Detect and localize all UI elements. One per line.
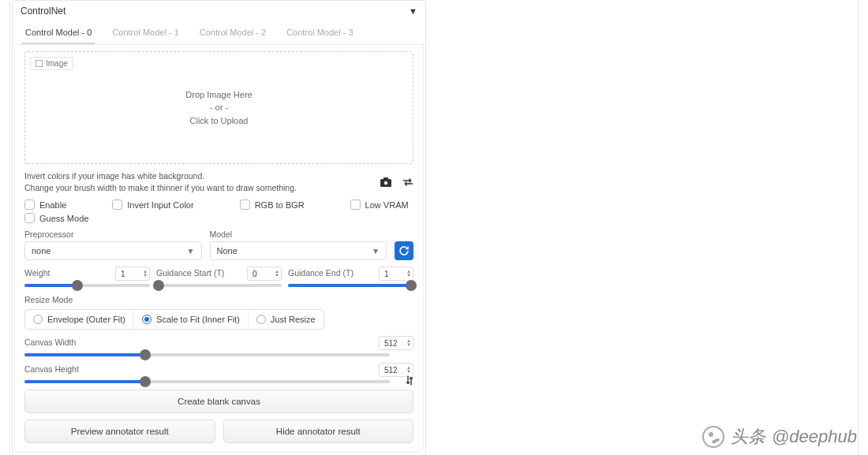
tab-control-model-2[interactable]: Control Model - 2 [196,21,269,44]
stepper-icon: ▲▼ [143,270,148,278]
tab-control-model-1[interactable]: Control Model - 1 [109,21,181,44]
chevron-down-icon: ▼ [372,247,380,255]
canvas-width-slider[interactable] [24,353,390,356]
drop-line1: Drop Image Here [185,88,252,102]
tabs: Control Model - 0 Control Model - 1 Cont… [13,21,425,45]
refresh-model-button[interactable] [395,241,413,260]
invert-input-color-checkbox[interactable]: Invert Input Color [112,200,193,210]
panel-header[interactable]: ControlNet ▼ [13,1,425,21]
rgb-to-bgr-checkbox[interactable]: RGB to BGR [240,200,305,210]
controlnet-panel: ControlNet ▼ Control Model - 0 Control M… [12,0,426,455]
preprocessor-label: Preprocessor [24,229,202,239]
svg-point-2 [384,181,387,184]
guidance-start-slider[interactable] [156,284,282,287]
model-label: Model [210,229,387,239]
weight-label: Weight [24,268,51,278]
image-drop-zone[interactable]: Image Drop Image Here - or - Click to Up… [24,51,413,164]
tab-control-model-0[interactable]: Control Model - 0 [22,21,95,44]
low-vram-checkbox[interactable]: Low VRAM [350,200,409,210]
hide-annotator-button[interactable]: Hide annotator result [223,420,414,443]
helper-text: Invert colors if your image has white ba… [24,170,297,193]
resize-mode-segmented: Envelope (Outer Fit) Scale to Fit (Inner… [24,309,324,330]
weight-input[interactable]: 1 ▲▼ [115,267,150,281]
preview-annotator-button[interactable]: Preview annotator result [24,420,215,443]
tab-body: Image Drop Image Here - or - Click to Up… [14,45,424,452]
guidance-start-label: Guidance Start (T) [156,268,224,278]
drop-line2: - or - [210,101,228,114]
weight-slider[interactable] [24,284,150,287]
drop-line3: Click to Upload [190,114,249,128]
svg-rect-1 [383,177,388,180]
swap-dimensions-icon[interactable] [402,372,417,392]
slider-thumb[interactable] [140,349,151,360]
canvas-height-slider[interactable] [24,380,390,383]
canvas-width-label: Canvas Width [24,338,76,347]
slider-thumb[interactable] [140,376,151,387]
guidance-end-label: Guidance End (T) [288,268,354,278]
slider-thumb[interactable] [406,280,417,291]
watermark-logo-icon [702,426,724,448]
watermark: 头条 @deephub [702,425,857,449]
resize-envelope-option[interactable]: Envelope (Outer Fit) [25,310,134,329]
collapse-icon: ▼ [409,6,417,16]
slider-thumb[interactable] [72,280,83,291]
enable-checkbox[interactable]: Enable [24,200,66,210]
resize-just-resize-option[interactable]: Just Resize [249,310,324,329]
tab-control-model-3[interactable]: Control Model - 3 [283,21,356,44]
resize-scale-to-fit-option[interactable]: Scale to Fit (Inner Fit) [134,310,249,329]
preprocessor-select[interactable]: none ▼ [24,241,202,260]
drop-hint: Drop Image Here - or - Click to Upload [25,52,413,163]
chevron-down-icon: ▼ [187,247,195,255]
panel-title: ControlNet [21,6,65,17]
create-blank-canvas-button[interactable]: Create blank canvas [24,390,413,413]
guidance-start-input[interactable]: 0 ▲▼ [247,267,282,281]
guidance-end-slider[interactable] [288,284,413,287]
camera-icon[interactable] [380,177,391,187]
canvas-width-input[interactable]: 512 ▲▼ [379,336,413,350]
canvas-height-label: Canvas Height [24,364,79,374]
guidance-end-input[interactable]: 1 ▲▼ [379,267,413,281]
stepper-icon: ▲▼ [406,339,411,347]
stepper-icon: ▲▼ [406,270,411,278]
resize-mode-label: Resize Mode [24,295,413,304]
swap-icon[interactable] [402,177,413,187]
guess-mode-checkbox[interactable]: Guess Mode [24,213,88,223]
slider-thumb[interactable] [153,280,164,291]
stepper-icon: ▲▼ [275,270,279,278]
model-select[interactable]: None ▼ [210,241,387,260]
